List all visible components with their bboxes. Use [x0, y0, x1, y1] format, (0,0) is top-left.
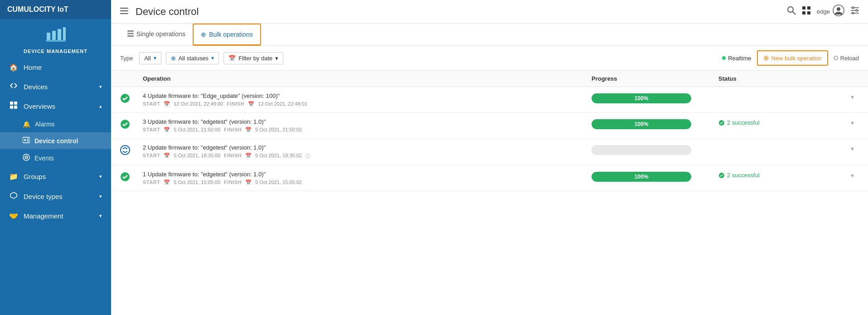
new-bulk-operation-button[interactable]: ⊕ New bulk operation — [757, 50, 828, 66]
date-filter[interactable]: 📅 Filter by date ▾ — [223, 52, 283, 64]
management-arrow-icon: ▾ — [99, 213, 102, 219]
row-2-status — [718, 144, 845, 145]
sidebar-item-groups[interactable]: 📁 Groups ▾ — [0, 167, 111, 186]
reload-button[interactable]: Reload — [834, 55, 859, 62]
row-3-expand[interactable]: ▾ — [845, 118, 859, 126]
date-icon: 📅 — [228, 55, 236, 62]
row-2-progress — [592, 144, 718, 155]
operations-table: Operation Progress Status 4 Update firmw… — [111, 71, 868, 315]
reload-label: Reload — [840, 55, 859, 62]
row-1-status-text: 2 successful — [727, 172, 760, 179]
sidebar: CUMULOCITY IoT DEVICE MANAGEMENT 🏠 Home … — [0, 0, 111, 315]
type-select[interactable]: All ▾ — [139, 52, 161, 64]
realtime-button[interactable]: Realtime — [722, 55, 751, 62]
col-progress: Progress — [592, 75, 718, 82]
svg-point-19 — [788, 7, 793, 12]
table-row: 3 Update firmware to: "edgetest" (versio… — [111, 113, 868, 139]
row-1-expand[interactable]: ▾ — [845, 171, 859, 179]
row-3-progress: 100% — [592, 118, 718, 129]
col-icon — [120, 75, 143, 82]
devices-icon — [9, 82, 18, 91]
row-1-finish-value: 5 Oct 2021, 15:05:02 — [255, 179, 302, 185]
realtime-dot — [722, 56, 726, 60]
sidebar-item-devices[interactable]: Devices ▾ — [0, 77, 111, 96]
sidebar-item-alarms[interactable]: 🔔 Alarms — [0, 116, 111, 132]
topbar-actions: edge — [787, 5, 859, 19]
svg-rect-23 — [802, 11, 805, 15]
tab-single-operations[interactable]: Single operations — [120, 24, 193, 46]
svg-point-32 — [852, 12, 854, 14]
row-3-progress-text: 100% — [635, 121, 649, 127]
sidebar-subtitle: DEVICE MANAGEMENT — [24, 48, 87, 54]
groups-icon: 📁 — [9, 172, 18, 181]
tab-bulk-operations[interactable]: ⊕ Bulk operations — [193, 24, 261, 46]
sidebar-item-events[interactable]: Events — [0, 149, 111, 167]
svg-point-39 — [121, 145, 130, 155]
row-1-start-value: 5 Oct 2021, 15:05:00 — [174, 179, 220, 185]
grid-icon[interactable] — [802, 6, 810, 17]
search-icon[interactable] — [787, 6, 796, 17]
menu-icon[interactable] — [120, 7, 128, 16]
device-types-arrow-icon: ▾ — [99, 194, 102, 199]
row-2-title: 2 Update firmware to: "edgetest" (versio… — [143, 144, 592, 151]
date-dropdown-arrow: ▾ — [275, 55, 278, 62]
col-expand — [845, 75, 859, 82]
row-3-finish-cal-icon: 📅 — [245, 127, 252, 133]
device-icon — [45, 24, 67, 47]
svg-rect-5 — [10, 102, 13, 105]
sidebar-item-device-control-label: Device control — [34, 137, 78, 145]
row-4-expand[interactable]: ▾ — [845, 92, 859, 101]
svg-rect-12 — [27, 141, 29, 141]
row-3-title: 3 Update firmware to: "edgetest" (versio… — [143, 118, 592, 125]
row-4-finish-label: FINISH — [227, 101, 244, 107]
row-3-status-text: 2 successful — [727, 119, 760, 126]
row-3-icon — [120, 118, 143, 131]
row-2-finish-cal-icon: 📅 — [245, 153, 252, 160]
sync-circle-icon — [120, 145, 130, 157]
sidebar-item-device-control[interactable]: Device control — [0, 132, 111, 149]
toolbar: Type All ▾ ⊕ All statuses ▾ 📅 Filter by … — [111, 46, 868, 71]
main-content: Device control edge — [111, 0, 868, 315]
row-2-meta: START 📅 5 Oct 2021, 18:35:00 FINISH 📅 5 … — [143, 153, 592, 160]
row-1-finish-cal-icon: 📅 — [245, 179, 252, 185]
type-label: Type — [120, 55, 133, 62]
row-2-start-label: START — [143, 153, 160, 160]
topbar: Device control edge — [111, 0, 868, 24]
sidebar-item-device-types-label: Device types — [24, 193, 63, 200]
sidebar-brand: CUMULOCITY IoT — [0, 0, 111, 19]
sidebar-item-overviews[interactable]: Overviews ▴ — [0, 96, 111, 116]
row-2-icon — [120, 144, 143, 157]
row-2-progress-bar — [592, 145, 691, 155]
svg-rect-34 — [127, 33, 134, 34]
brand-title: CUMULOCITY IoT — [7, 5, 68, 14]
row-4-start-label: START — [143, 101, 160, 107]
sidebar-item-device-types[interactable]: Device types ▾ — [0, 186, 111, 206]
svg-rect-33 — [127, 30, 134, 32]
devices-arrow-icon: ▾ — [99, 84, 102, 90]
tab-bulk-operations-label: Bulk operations — [209, 31, 253, 38]
sidebar-nav: 🏠 Home Devices ▾ Overviews ▴ 🔔 Alarms De… — [0, 58, 111, 315]
row-4-icon — [120, 92, 143, 106]
sidebar-item-management[interactable]: 🤝 Management ▾ — [0, 206, 111, 226]
row-2-expand[interactable]: ▾ — [845, 144, 859, 152]
svg-rect-1 — [52, 31, 56, 40]
date-value: Filter by date — [238, 55, 272, 62]
svg-rect-16 — [120, 8, 128, 9]
status-value: All statuses — [179, 55, 209, 62]
overviews-arrow-icon: ▴ — [99, 103, 102, 109]
sidebar-item-events-label: Events — [34, 155, 54, 162]
bulk-ops-icon: ⊕ — [201, 31, 206, 38]
svg-point-15 — [26, 157, 27, 158]
overviews-icon — [9, 102, 18, 111]
row-1-progress: 100% — [592, 171, 718, 182]
sidebar-item-home[interactable]: 🏠 Home — [0, 58, 111, 77]
row-4-progress: 100% — [592, 92, 718, 103]
status-select[interactable]: ⊕ All statuses ▾ — [166, 52, 219, 64]
new-bulk-plus-icon: ⊕ — [763, 54, 769, 62]
user-menu[interactable]: edge — [817, 5, 844, 19]
svg-rect-24 — [807, 11, 810, 15]
settings-icon[interactable] — [851, 6, 859, 17]
row-4-meta: START 📅 12 Oct 2021, 22:49:00 FINISH 📅 1… — [143, 101, 592, 107]
svg-rect-3 — [63, 27, 66, 40]
reload-icon — [834, 56, 838, 60]
